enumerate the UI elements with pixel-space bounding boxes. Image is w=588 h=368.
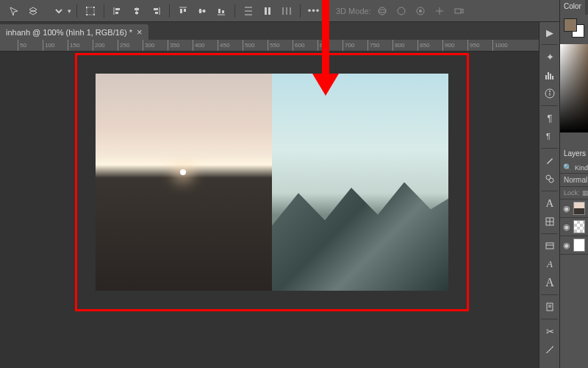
transform-controls-icon[interactable] xyxy=(82,3,98,19)
align-left-icon[interactable] xyxy=(110,3,126,19)
ruler-tick: 200 xyxy=(93,40,104,52)
svg-text:¶: ¶ xyxy=(546,132,551,141)
svg-rect-12 xyxy=(154,8,158,10)
notes-icon[interactable] xyxy=(540,298,559,316)
align-hcenter-icon[interactable] xyxy=(129,3,145,19)
layer-item-2[interactable]: ◉ xyxy=(560,218,588,236)
distribute-top-icon[interactable] xyxy=(240,3,257,19)
svg-rect-4 xyxy=(93,14,95,15)
lock-label: Lock: xyxy=(564,189,580,197)
layer-filter-row: 🔍 Kind xyxy=(560,162,588,174)
svg-rect-26 xyxy=(265,7,267,15)
filter-kind-label[interactable]: Kind xyxy=(575,164,588,171)
clone-source-icon[interactable] xyxy=(540,170,559,188)
svg-rect-37 xyxy=(545,75,547,79)
options-toolbar: Layer ▾ ••• 3D Mode: xyxy=(0,0,588,22)
ruler-tick: 100 xyxy=(43,40,54,52)
ruler-tick: 300 xyxy=(143,40,154,52)
swatches-tab[interactable]: Sw xyxy=(585,0,588,15)
canvas-workspace[interactable] xyxy=(0,52,544,368)
layer-comps-icon[interactable] xyxy=(540,237,559,255)
align-top-icon[interactable] xyxy=(175,3,191,19)
svg-rect-22 xyxy=(222,10,224,13)
layer-thumbnail[interactable] xyxy=(573,238,585,252)
svg-rect-19 xyxy=(203,10,205,13)
ruler-tick: 50 xyxy=(18,40,26,52)
svg-point-33 xyxy=(398,7,405,15)
svg-point-34 xyxy=(419,10,422,13)
3d-mode-label: 3D Mode: xyxy=(336,7,371,15)
close-tab-icon[interactable]: × xyxy=(137,27,143,37)
3d-rotate-icon[interactable] xyxy=(393,3,409,19)
layer-thumbnail[interactable] xyxy=(573,220,585,233)
character-icon[interactable]: ¶ xyxy=(540,127,559,145)
play-icon[interactable]: ▶ xyxy=(540,24,559,41)
align-bottom-icon[interactable] xyxy=(213,3,229,19)
ruler-tick: 600 xyxy=(293,40,304,52)
ruler-tick: 500 xyxy=(243,40,254,52)
svg-rect-3 xyxy=(86,14,87,15)
separator xyxy=(76,4,77,18)
3d-orbit-icon[interactable] xyxy=(374,3,390,19)
separator xyxy=(300,4,301,18)
color-picker-field[interactable] xyxy=(560,44,588,132)
layers-tab[interactable]: Layers xyxy=(560,147,588,162)
ruler-tick: 700 xyxy=(343,40,354,52)
type-styles-icon[interactable]: A xyxy=(540,255,559,273)
layer-item-1[interactable]: ◉ xyxy=(560,199,588,218)
layer-select[interactable]: Layer xyxy=(44,4,65,18)
3d-slide-icon[interactable] xyxy=(431,3,448,19)
sparkle-icon[interactable]: ✦ xyxy=(540,48,559,66)
color-tab[interactable]: Color xyxy=(560,0,585,15)
ruler-tick: 550 xyxy=(268,40,279,52)
ruler-tick: 650 xyxy=(318,40,329,52)
svg-point-46 xyxy=(549,178,553,183)
visibility-eye-icon[interactable]: ◉ xyxy=(563,222,570,232)
document-tab-title: inhanh @ 100% (hình 1, RGB/16) * xyxy=(6,28,132,37)
3d-camera-icon[interactable] xyxy=(451,3,467,19)
ruler-tick: 750 xyxy=(368,40,379,52)
color-panel-tabs: Color Sw xyxy=(560,0,588,15)
separator xyxy=(169,4,170,18)
right-vertical-toolbar: ▶ ✦ ¶ ¶ A A A ✂ xyxy=(539,22,559,368)
search-icon[interactable]: 🔍 xyxy=(563,163,572,171)
document-tab[interactable]: inhanh @ 100% (hình 1, RGB/16) * × xyxy=(0,24,148,40)
svg-rect-1 xyxy=(86,7,87,8)
blend-mode-select[interactable]: Normal xyxy=(560,174,588,187)
svg-rect-10 xyxy=(135,12,138,14)
histogram-icon[interactable] xyxy=(540,66,559,84)
distribute-vcenter-icon[interactable] xyxy=(259,3,276,19)
image-left-half xyxy=(96,74,272,291)
foreground-color-swatch[interactable] xyxy=(564,18,577,32)
type-icon[interactable]: A xyxy=(540,194,559,212)
svg-point-32 xyxy=(379,10,386,13)
brush-icon[interactable] xyxy=(540,152,559,169)
svg-rect-7 xyxy=(115,12,118,14)
layer-stack-icon[interactable] xyxy=(25,3,41,19)
svg-rect-27 xyxy=(268,7,270,15)
canvas-container xyxy=(96,74,448,291)
auto-select-icon[interactable] xyxy=(6,3,22,19)
char-styles-icon[interactable]: A xyxy=(540,274,559,291)
more-options-button[interactable]: ••• xyxy=(306,3,322,19)
svg-point-31 xyxy=(379,7,386,15)
paragraph-icon[interactable]: ¶ xyxy=(540,109,559,127)
3d-pan-icon[interactable] xyxy=(412,3,429,19)
layer-item-3[interactable]: ◉ xyxy=(560,236,588,255)
lock-pixels-icon[interactable]: ▦ xyxy=(582,189,588,197)
image-right-half xyxy=(272,74,448,291)
tools-preset-icon[interactable]: ✂ xyxy=(540,322,559,340)
svg-rect-13 xyxy=(155,12,158,14)
layer-thumbnail[interactable] xyxy=(573,202,585,215)
align-right-icon[interactable] xyxy=(148,3,164,19)
align-vcenter-icon[interactable] xyxy=(194,3,210,19)
distribute-bottom-icon[interactable] xyxy=(279,3,295,19)
ruler-tick: 800 xyxy=(392,40,404,52)
visibility-eye-icon[interactable]: ◉ xyxy=(563,241,570,250)
info-icon[interactable] xyxy=(540,85,559,102)
canvas-image[interactable] xyxy=(96,74,448,291)
glyphs-icon[interactable] xyxy=(540,213,559,230)
measure-icon[interactable] xyxy=(540,341,559,358)
mountain-shape xyxy=(272,183,448,291)
visibility-eye-icon[interactable]: ◉ xyxy=(563,204,570,213)
